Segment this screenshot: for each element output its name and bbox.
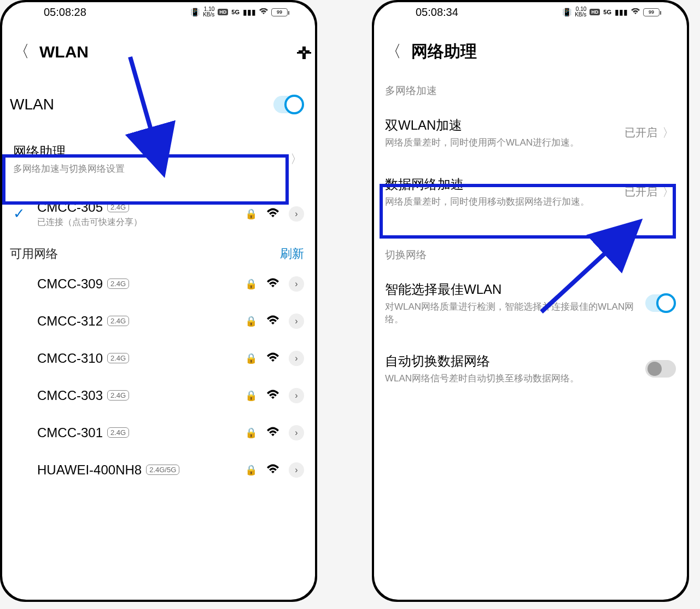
band-badge: 2.4G bbox=[107, 427, 129, 438]
status-bar: 05:08:34 📳 0.10KB/s HD 5G ▮▮▮ 99 bbox=[372, 0, 689, 24]
dual-wlan-state: 已开启 bbox=[625, 125, 657, 140]
auto-switch-sub: WLAN网络信号差时自动切换至移动数据网络。 bbox=[385, 372, 645, 385]
dual-wlan-sub: 网络质量差时，同时使用两个WLAN进行加速。 bbox=[385, 136, 625, 149]
network-row[interactable]: CMCC-303 2.4G 🔒 › bbox=[0, 377, 317, 414]
vibrate-icon: 📳 bbox=[562, 8, 571, 16]
page-header: 〈 网络助理 bbox=[372, 24, 689, 68]
lock-icon: 🔒 bbox=[245, 315, 257, 327]
wlan-toggle[interactable] bbox=[273, 96, 304, 113]
network-name: CMCC-305 bbox=[37, 200, 103, 215]
data-accel-state: 已开启 bbox=[625, 184, 657, 199]
wifi-status-icon bbox=[631, 8, 640, 16]
chevron-right-icon: 〉 bbox=[289, 152, 304, 167]
battery-icon: 99 bbox=[643, 8, 660, 16]
smart-wlan-row[interactable]: 智能选择最佳WLAN 对WLAN网络质量进行检测，智能选择并连接最佳的WLAN网… bbox=[383, 268, 678, 340]
lock-icon: 🔒 bbox=[245, 464, 257, 476]
status-indicators: 📳 0.10KB/s HD 5G ▮▮▮ 99 bbox=[562, 7, 660, 18]
hd-badge: HD bbox=[590, 9, 600, 15]
chevron-right-icon: › bbox=[289, 351, 304, 366]
page-header: 〈 WLAN bbox=[0, 24, 317, 68]
group-label: 多网络加速 bbox=[372, 68, 689, 103]
wifi-status-icon bbox=[259, 8, 268, 16]
network-row[interactable]: CMCC-309 2.4G 🔒 › bbox=[0, 265, 317, 303]
connected-network-row[interactable]: ✓ CMCC-305 2.4G 已连接（点击可快速分享） 🔒 › bbox=[0, 189, 317, 239]
vibrate-icon: 📳 bbox=[190, 8, 200, 16]
status-indicators: 📳 1.10KB/s HD 5G ▮▮▮ 99 bbox=[190, 7, 288, 18]
wifi-icon bbox=[267, 277, 279, 291]
smart-wlan-toggle[interactable] bbox=[645, 294, 676, 312]
refresh-button[interactable]: 刷新 bbox=[280, 246, 304, 262]
net-assist-title: 网络助理 bbox=[13, 143, 289, 160]
network-badge: 5G bbox=[231, 9, 240, 15]
band-badge: 2.4G bbox=[107, 353, 129, 363]
battery-icon: 99 bbox=[271, 8, 288, 16]
status-time: 05:08:34 bbox=[416, 6, 458, 19]
network-name: CMCC-309 bbox=[37, 276, 103, 292]
group-label: 切换网络 bbox=[372, 233, 689, 268]
phone-right: 05:08:34 📳 0.10KB/s HD 5G ▮▮▮ 99 〈 网络助理 … bbox=[372, 0, 689, 602]
wifi-icon bbox=[267, 207, 279, 221]
network-name: CMCC-303 bbox=[37, 388, 103, 403]
wlan-toggle-row[interactable]: WLAN bbox=[0, 68, 317, 130]
signal-icon: ▮▮▮ bbox=[243, 8, 256, 16]
lock-icon: 🔒 bbox=[245, 278, 257, 290]
phone-left: 05:08:28 📳 1.10KB/s HD 5G ▮▮▮ 99 〈 WLAN … bbox=[0, 0, 317, 602]
chevron-right-icon: 〉 bbox=[661, 125, 676, 141]
chevron-right-icon: › bbox=[289, 388, 304, 403]
dual-wlan-row[interactable]: 双WLAN加速 网络质量差时，同时使用两个WLAN进行加速。 已开启 〉 bbox=[383, 103, 678, 163]
chevron-right-icon: › bbox=[289, 462, 304, 478]
network-name: CMCC-312 bbox=[37, 314, 103, 329]
auto-switch-row[interactable]: 自动切换数据网络 WLAN网络信号差时自动切换至移动数据网络。 bbox=[383, 339, 678, 398]
page-title: WLAN bbox=[39, 43, 294, 61]
lock-icon: 🔒 bbox=[245, 427, 257, 439]
wifi-icon bbox=[267, 426, 279, 440]
network-row[interactable]: CMCC-301 2.4G 🔒 › bbox=[0, 414, 317, 451]
wifi-icon bbox=[267, 351, 279, 366]
auto-switch-toggle[interactable] bbox=[645, 360, 676, 378]
lock-icon: 🔒 bbox=[245, 390, 257, 402]
page-title: 网络助理 bbox=[411, 40, 676, 63]
chevron-right-icon: › bbox=[289, 206, 304, 222]
network-status: 已连接（点击可快速分享） bbox=[37, 217, 238, 228]
check-icon: ✓ bbox=[13, 205, 31, 222]
network-assistant-row[interactable]: 网络助理 多网络加速与切换网络设置 〉 bbox=[11, 130, 306, 189]
band-badge: 2.4G bbox=[107, 279, 129, 289]
data-accel-sub: 网络质量差时，同时使用移动数据网络进行加速。 bbox=[385, 195, 625, 208]
band-badge: 2.4G bbox=[107, 316, 129, 326]
wlan-label: WLAN bbox=[10, 96, 54, 113]
network-row[interactable]: HUAWEI-400NH8 2.4G/5G 🔒 › bbox=[0, 451, 317, 489]
lock-icon: 🔒 bbox=[245, 208, 257, 220]
band-badge: 2.4G bbox=[107, 202, 129, 212]
wifi-icon bbox=[267, 388, 279, 403]
dual-wlan-title: 双WLAN加速 bbox=[385, 117, 625, 134]
signal-icon: ▮▮▮ bbox=[615, 8, 628, 16]
band-badge: 2.4G bbox=[107, 390, 129, 401]
chevron-right-icon: › bbox=[289, 425, 304, 440]
data-accel-row[interactable]: 数据网络加速 网络质量差时，同时使用移动数据网络进行加速。 已开启 〉 bbox=[383, 163, 678, 222]
status-bar: 05:08:28 📳 1.10KB/s HD 5G ▮▮▮ 99 bbox=[0, 0, 317, 24]
back-button[interactable]: 〈 bbox=[13, 40, 30, 63]
network-row[interactable]: CMCC-312 2.4G 🔒 › bbox=[0, 303, 317, 340]
network-badge: 5G bbox=[603, 9, 611, 15]
status-time: 05:08:28 bbox=[44, 6, 86, 19]
hd-badge: HD bbox=[218, 9, 228, 15]
chevron-right-icon: › bbox=[289, 276, 304, 292]
wifi-icon bbox=[267, 463, 279, 477]
smart-wlan-sub: 对WLAN网络质量进行检测，智能选择并连接最佳的WLAN网络。 bbox=[385, 300, 645, 327]
smart-wlan-title: 智能选择最佳WLAN bbox=[385, 281, 645, 298]
available-label: 可用网络 bbox=[10, 246, 58, 262]
network-name: CMCC-310 bbox=[37, 351, 103, 366]
network-name: HUAWEI-400NH8 bbox=[37, 462, 142, 478]
lock-icon: 🔒 bbox=[245, 352, 257, 364]
back-button[interactable]: 〈 bbox=[385, 40, 401, 63]
wifi-icon bbox=[267, 314, 279, 328]
chevron-right-icon: 〉 bbox=[661, 184, 676, 200]
data-accel-title: 数据网络加速 bbox=[385, 176, 625, 193]
chevron-right-icon: › bbox=[289, 314, 304, 329]
network-row[interactable]: CMCC-310 2.4G 🔒 › bbox=[0, 340, 317, 377]
net-assist-sub: 多网络加速与切换网络设置 bbox=[13, 163, 289, 176]
auto-switch-title: 自动切换数据网络 bbox=[385, 352, 645, 370]
network-name: CMCC-301 bbox=[37, 425, 103, 440]
band-badge: 2.4G/5G bbox=[146, 465, 179, 475]
available-networks-header: 可用网络 刷新 bbox=[0, 239, 317, 265]
